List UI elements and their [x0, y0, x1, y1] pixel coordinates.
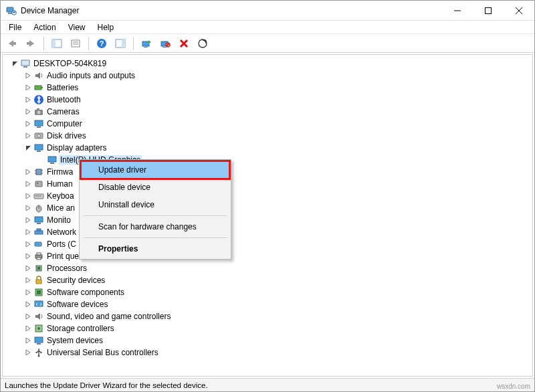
expand-icon[interactable]	[24, 168, 32, 176]
menu-action[interactable]: Action	[28, 21, 61, 33]
svg-rect-40	[37, 151, 41, 152]
ctx-scan-hardware[interactable]: Scan for hardware changes	[81, 218, 229, 235]
component-icon	[33, 287, 44, 298]
tree-root[interactable]: DESKTOP-504K819	[11, 58, 532, 70]
svg-point-61	[36, 243, 37, 245]
bluetooth-icon	[33, 94, 44, 105]
close-button[interactable]	[504, 1, 534, 21]
svg-point-33	[37, 111, 41, 114]
expand-icon[interactable]	[24, 228, 32, 236]
titlebar: Device Manager	[1, 1, 534, 21]
expand-icon[interactable]	[24, 240, 32, 248]
scan-hardware-button[interactable]	[195, 36, 210, 51]
tree-item-processors[interactable]: Processors	[24, 262, 532, 274]
expand-icon[interactable]	[24, 192, 32, 200]
ctx-properties[interactable]: Properties	[81, 240, 229, 258]
minimize-button[interactable]	[442, 1, 473, 21]
ctx-separator	[84, 215, 227, 216]
expand-icon[interactable]	[24, 72, 32, 80]
expand-icon[interactable]	[24, 132, 32, 140]
collapse-icon[interactable]	[11, 60, 19, 68]
printer-icon	[33, 251, 44, 262]
computer-icon	[20, 58, 31, 69]
menu-view[interactable]: View	[63, 21, 91, 33]
svg-rect-43	[36, 169, 41, 175]
svg-rect-10	[13, 42, 16, 45]
tree-item-sound[interactable]: Sound, video and game controllers	[24, 310, 532, 322]
svg-rect-67	[37, 267, 40, 270]
svg-rect-36	[37, 126, 41, 128]
tree-item-bluetooth[interactable]: Bluetooth	[24, 94, 532, 106]
uninstall-device-button[interactable]	[177, 36, 191, 51]
svg-rect-75	[37, 343, 41, 345]
tree-item-storage[interactable]: Storage controllers	[24, 322, 532, 334]
hid-icon	[33, 179, 44, 189]
forward-button[interactable]	[23, 36, 38, 51]
action-pane-button[interactable]	[113, 36, 128, 51]
svg-rect-60	[35, 242, 41, 246]
svg-rect-14	[72, 40, 80, 47]
tree-item-cameras[interactable]: Cameras	[24, 106, 532, 118]
status-text: Launches the Update Driver Wizard for th…	[5, 381, 208, 389]
svg-rect-49	[37, 183, 38, 184]
expand-icon[interactable]	[24, 216, 32, 224]
expand-icon[interactable]	[24, 180, 32, 188]
ctx-separator	[84, 237, 227, 238]
expand-icon[interactable]	[24, 324, 32, 332]
sound-icon	[33, 311, 44, 322]
show-hide-console-tree-button[interactable]	[49, 36, 64, 51]
device-manager-window: Device Manager File Action View Help	[0, 0, 535, 392]
collapse-icon[interactable]	[24, 144, 32, 152]
back-button[interactable]	[5, 36, 19, 51]
svg-point-26	[199, 39, 207, 47]
tree-item-software-components[interactable]: Software components	[24, 286, 532, 298]
help-button[interactable]: ?	[94, 36, 109, 51]
tree-item-display-adapters[interactable]: Display adapters	[24, 142, 532, 154]
ctx-update-driver[interactable]: Update driver	[81, 161, 229, 179]
monitor-icon	[33, 118, 44, 129]
system-icon	[33, 335, 44, 346]
tree-item-usb[interactable]: Universal Serial Bus controllers	[24, 347, 532, 359]
expand-icon[interactable]	[24, 336, 32, 345]
tree-item-system[interactable]: System devices	[24, 334, 532, 347]
toolbar-separator	[88, 37, 89, 50]
ctx-disable-device[interactable]: Disable device	[81, 179, 229, 196]
tree-item-computer[interactable]: Computer	[24, 118, 532, 130]
svg-rect-48	[35, 181, 42, 187]
tree-item-security[interactable]: Security devices	[24, 274, 532, 286]
disk-icon	[33, 130, 44, 141]
menu-help[interactable]: Help	[92, 21, 120, 33]
expand-icon[interactable]	[24, 204, 32, 212]
expand-icon[interactable]	[24, 120, 32, 128]
svg-rect-52	[37, 195, 39, 197]
svg-point-76	[38, 355, 40, 357]
update-driver-button[interactable]	[139, 36, 154, 51]
maximize-button[interactable]	[473, 1, 504, 21]
svg-rect-58	[35, 231, 43, 234]
properties-button[interactable]	[68, 36, 83, 51]
svg-point-78	[40, 352, 41, 353]
tree-item-batteries[interactable]: Batteries	[24, 82, 532, 94]
app-icon	[6, 5, 17, 16]
expand-icon[interactable]	[24, 300, 32, 308]
expand-icon[interactable]	[24, 276, 32, 284]
ctx-uninstall-device[interactable]: Uninstall device	[81, 196, 229, 213]
tree-item-audio[interactable]: Audio inputs and outputs	[24, 70, 532, 82]
expand-icon[interactable]	[24, 96, 32, 104]
device-tree-pane[interactable]: DESKTOP-504K819 Audio inputs and outputs…	[2, 54, 533, 377]
expand-icon[interactable]	[24, 252, 32, 260]
expand-icon[interactable]	[24, 312, 32, 320]
svg-rect-59	[37, 229, 41, 231]
expand-icon[interactable]	[24, 108, 32, 116]
expand-icon[interactable]	[24, 84, 32, 92]
tree-item-disk-drives[interactable]: Disk drives	[24, 130, 532, 142]
usb-icon	[33, 347, 44, 358]
tree-item-software-devices[interactable]: Software devices	[24, 298, 532, 310]
svg-rect-68	[36, 280, 41, 284]
network-icon	[33, 227, 44, 237]
menu-file[interactable]: File	[3, 21, 27, 33]
expand-icon[interactable]	[24, 264, 32, 272]
expand-icon[interactable]	[24, 349, 32, 357]
expand-icon[interactable]	[24, 288, 32, 296]
disable-device-button[interactable]	[158, 36, 173, 51]
